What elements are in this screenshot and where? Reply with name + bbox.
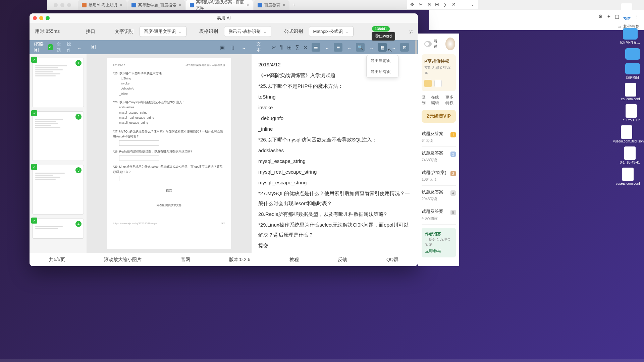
table-ocr-button[interactable]: 表格识别 [199,28,218,35]
chevron-down-icon[interactable]: ⌄ [324,44,330,51]
close-icon[interactable]: ✕ [303,44,308,51]
tab-favicon-icon [190,3,194,7]
export-all-pages[interactable]: 导出所有页 [367,66,398,77]
more-link[interactable]: 更多特权 [445,95,456,106]
sigma-icon[interactable]: ∑ [444,2,447,7]
close-icon[interactable]: ✕ [452,2,456,7]
chevron-down-icon[interactable]: ⌄ [240,44,247,51]
feedback-link[interactable]: 反馈 [338,257,347,263]
new-tab-button[interactable]: + [290,1,298,9]
thumbnail-item[interactable]: ✓ 3 [32,165,84,215]
baidu-ocr-dropdown[interactable]: 百度-通用文字识 ⌄ [140,26,186,37]
thumbnail-checkbox[interactable]: ✓ [31,57,37,63]
preview-page: 2019/4/12<PP高阶实战训练营> 入学测试题 *25. 以下哪个不是PH… [107,58,231,249]
document-icon[interactable]: ▯ [229,44,236,51]
desktop-folder[interactable]: lick VPN 配... [620,28,640,45]
picture-icon[interactable]: ▣ [219,44,225,51]
copy-link[interactable]: 复制 [422,95,427,106]
browser-tab[interactable]: 高等数学题_百度搜索 × [127,0,185,10]
chevron-down-icon[interactable]: ⌄ [346,44,353,51]
thumbnail-checkbox[interactable]: ✓ [31,110,37,116]
text-output-panel[interactable]: 2019/4/12 《PP高阶实战训练营》入学测试题 *25.以下哪个不是PHP… [252,54,418,253]
cut-icon[interactable]: ✂ [272,44,276,51]
sigma-icon[interactable]: ∑ [296,44,299,50]
close-window-button[interactable] [33,16,37,20]
tab-close-icon[interactable]: × [282,2,285,8]
file-icon [621,125,632,139]
preview-url: https://www.wjx.cn/jq/37528539.aspx [113,221,157,226]
thumbnail-item[interactable]: ✓ 4 [32,219,84,239]
thumbnail-item[interactable]: ✓ 1 [32,58,84,107]
doc-reads: 2943阅读 [422,196,456,201]
chevron-down-icon: ⌄ [345,29,349,34]
maximize-window-button[interactable] [46,16,50,20]
thumbnail-item[interactable]: ✓ 2 [32,111,84,161]
browser-tab[interactable]: 易用AI-海上明月 × [78,0,127,10]
operate-button[interactable]: 操作 [67,41,73,53]
traffic-light[interactable] [67,3,71,7]
thumbnail-number: 3 [75,167,82,173]
list-icon[interactable]: ☰ [312,43,320,52]
thumbnail-checkbox[interactable]: ✓ [31,164,37,170]
tutorial-link[interactable]: 教程 [289,257,299,263]
copy-icon[interactable]: ⎘ [428,2,430,7]
renew-vip-button[interactable]: 2元续费VIP [422,110,456,123]
chevron-down-icon[interactable]: ⌄ [77,44,82,51]
desktop-folder[interactable] [625,48,640,60]
mathpix-dropdown[interactable]: Mathpix-公式识 ⌄ [309,26,354,37]
user-avatar[interactable] [445,37,456,51]
viewed-toggle[interactable]: 看过 [422,38,442,50]
move-icon[interactable]: ✥ [410,2,414,7]
recruit-button[interactable]: 立即参与 [425,248,452,254]
edit-link[interactable]: 在线编辑 [431,95,441,106]
desktop-file[interactable]: 0-1_10-43-41 [620,146,640,164]
search-icon[interactable]: 🔍 [356,43,365,52]
select-all-button[interactable]: 全选 [57,41,63,53]
document-item[interactable]: 试题及答案64阅读1 [422,127,456,147]
desktop-file[interactable]: eai.com.conf [621,83,640,101]
formula-ocr-button[interactable]: 公式识别 [284,28,303,35]
minimize-window-button[interactable] [39,16,43,20]
export-current-page[interactable]: 导出当前页 [367,55,398,66]
vip-card[interactable]: P享超值特权 立即为您节省82元 [422,54,456,91]
tab-close-icon[interactable]: × [246,2,249,8]
file-label: el Pro 1.1.2 [623,118,640,122]
cut-icon[interactable]: ✂ [419,2,423,7]
select-all-checkbox[interactable]: ✓ [48,44,53,50]
tab-close-icon[interactable]: × [178,2,181,8]
dock[interactable] [0,359,644,362]
credits-badge: 138441 [372,26,390,32]
recruit-card[interactable]: 作者招募 ，瓜分百万现金奖励 立即参与 [422,228,456,257]
document-item[interactable]: 试题及答案4.6W阅读5 [422,205,456,225]
thumbnail-checkbox[interactable]: ✓ [31,218,37,224]
export-button[interactable]: ▦ [378,43,387,52]
qq-group-link[interactable]: QQ群 [386,257,398,263]
tencent-table-dropdown[interactable]: 腾讯云-表格识别 ⌄ [224,26,271,37]
desktop-file[interactable]: yuseai.com.3ed.json [613,125,640,143]
paragraph-icon[interactable]: ¶ [280,44,283,50]
save-icon[interactable]: ⊡ [400,43,409,52]
browser-tab[interactable]: 百度教育 × [254,0,289,10]
document-item[interactable]: 试题及答案7468阅读2 [422,147,456,166]
grid-icon[interactable]: ⊞ [435,2,439,7]
grid-icon[interactable]: ⊞ [287,44,291,51]
traffic-light[interactable] [54,3,58,7]
desktop-file[interactable]: yuseai.com.conf [616,168,640,185]
browser-tab-active[interactable]: 高等数学试题及答案 - 百度文库 × [186,0,253,10]
document-item[interactable]: 试题及答案2943阅读4 [422,186,456,205]
text-line: invoke [258,103,411,113]
chevron-down-icon[interactable]: ⌄ [368,44,375,51]
desktop-file[interactable]: el Pro 1.1.2 [623,104,640,122]
preview-option: _toString [119,76,225,81]
text-ocr-button[interactable]: 文字识别 [115,28,133,35]
official-site-link[interactable]: 官网 [181,257,190,263]
desktop-folder[interactable]: 我的项目 [625,63,640,80]
tab-close-icon[interactable]: × [120,2,122,8]
format-icon[interactable]: ≣ [334,43,342,52]
preview-panel[interactable]: 2019/4/12<PP高阶实战训练营> 入学测试题 *25. 以下哪个不是PH… [87,54,252,253]
document-item[interactable]: 试题(含答案)1064阅读3 [422,166,456,186]
chevron-down-icon[interactable]: ⌄ [471,2,475,7]
traffic-light[interactable] [60,3,64,7]
thumbnail-panel[interactable]: ✓ 1 ✓ 2 ✓ 3 ✓ 4 [30,54,87,253]
desktop-file[interactable]: 9F989-3f...D10.png [613,3,640,25]
